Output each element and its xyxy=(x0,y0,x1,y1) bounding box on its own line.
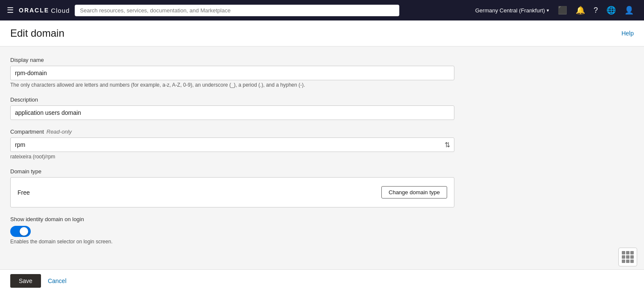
bottom-action-bar: Save Cancel xyxy=(0,269,644,292)
language-button[interactable]: 🌐 xyxy=(603,4,619,17)
widget-dot-4 xyxy=(622,255,625,259)
globe-icon: 🌐 xyxy=(606,6,616,15)
main-content: Display name The only characters allowed… xyxy=(0,47,470,255)
domain-type-value: Free xyxy=(18,189,30,196)
help-widget-grid xyxy=(622,251,634,263)
cancel-button[interactable]: Cancel xyxy=(48,277,67,284)
compartment-path: rateixeira (root)/rpm xyxy=(10,154,460,160)
display-name-input[interactable] xyxy=(10,66,454,80)
display-name-hint: The only characters allowed are letters … xyxy=(10,82,460,88)
top-navigation: ☰ ORACLE Cloud Germany Central (Frankfur… xyxy=(0,0,644,20)
identity-toggle[interactable] xyxy=(10,226,31,237)
display-name-label: Display name xyxy=(10,57,460,63)
oracle-text: ORACLE xyxy=(19,7,49,14)
show-identity-section: Show identity domain on login Enables th… xyxy=(10,216,460,245)
notifications-button[interactable]: 🔔 xyxy=(572,4,588,17)
change-domain-type-button[interactable]: Change domain type xyxy=(381,186,447,199)
widget-dot-6 xyxy=(630,255,634,259)
cloud-text: Cloud xyxy=(51,7,70,14)
widget-dot-3 xyxy=(630,251,634,254)
domain-type-box: Free Change domain type xyxy=(10,177,454,207)
help-link[interactable]: Help xyxy=(621,30,634,37)
oracle-logo: ORACLE Cloud xyxy=(19,7,70,14)
compartment-select-wrapper: rpm ⇅ xyxy=(10,137,454,152)
widget-dot-9 xyxy=(630,260,634,263)
bell-icon: 🔔 xyxy=(576,6,585,15)
domain-type-label: Domain type xyxy=(10,168,460,175)
compartment-select[interactable]: rpm xyxy=(10,137,454,152)
save-button[interactable]: Save xyxy=(10,274,41,288)
region-selector[interactable]: Germany Central (Frankfurt) ▾ xyxy=(472,6,553,15)
description-label: Description xyxy=(10,96,460,103)
global-search-input[interactable] xyxy=(75,5,399,16)
help-widget[interactable] xyxy=(618,248,637,266)
toggle-slider xyxy=(10,226,31,237)
widget-dot-2 xyxy=(626,251,629,254)
widget-dot-8 xyxy=(626,260,629,263)
widget-dot-5 xyxy=(626,255,629,259)
description-input[interactable] xyxy=(10,105,454,120)
domain-type-section: Domain type Free Change domain type xyxy=(10,168,460,207)
profile-button[interactable]: 👤 xyxy=(621,4,637,17)
widget-dot-7 xyxy=(622,260,625,263)
question-mark-icon: ? xyxy=(594,6,598,15)
user-icon: 👤 xyxy=(624,6,634,15)
region-label: Germany Central (Frankfurt) xyxy=(475,7,545,14)
page-container: Display name The only characters allowed… xyxy=(0,47,644,292)
show-identity-label: Show identity domain on login xyxy=(10,216,460,222)
display-name-section: Display name The only characters allowed… xyxy=(10,57,460,88)
chevron-down-icon: ▾ xyxy=(547,8,549,13)
help-button[interactable]: ? xyxy=(590,4,601,17)
topnav-right: Germany Central (Frankfurt) ▾ ⬛ 🔔 ? 🌐 👤 xyxy=(472,4,637,17)
compartment-label: Compartment xyxy=(10,128,44,135)
page-title: Edit domain xyxy=(10,27,64,39)
compartment-label-row: Compartment Read-only xyxy=(10,128,460,135)
description-section: Description xyxy=(10,96,460,120)
compartment-readonly-note: Read-only xyxy=(47,128,72,135)
page-header: Edit domain Help xyxy=(0,20,644,47)
hamburger-menu-icon[interactable]: ☰ xyxy=(7,6,14,15)
toggle-hint: Enables the domain selector on login scr… xyxy=(10,239,460,245)
cloud-shell-button[interactable]: ⬛ xyxy=(554,4,571,17)
cloud-shell-icon: ⬛ xyxy=(558,6,567,15)
widget-dot-1 xyxy=(622,251,625,254)
compartment-section: Compartment Read-only rpm ⇅ rateixeira (… xyxy=(10,128,460,160)
toggle-wrapper xyxy=(10,226,460,237)
